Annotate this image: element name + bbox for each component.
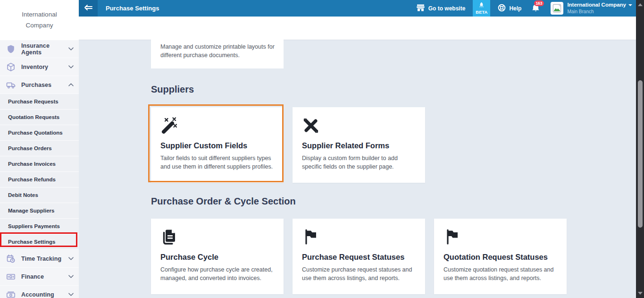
sidebar-item-inventory[interactable]: Inventory	[0, 58, 79, 76]
sidebar-item-quotation-requests[interactable]: Quotation Requests	[0, 110, 79, 125]
card-title: Quotation Request Statuses	[443, 253, 557, 262]
sidebar-item-finance[interactable]: Finance	[0, 268, 79, 285]
storefront-icon	[416, 4, 425, 13]
sidebar-item-purchase-invoices[interactable]: Purchase Invoices	[0, 156, 79, 171]
banknote-icon	[6, 272, 16, 281]
beta-label: BETA	[476, 9, 487, 15]
sidebar-item-manage-suppliers[interactable]: Manage Suppliers	[0, 203, 79, 218]
card-title: Purchase Cycle	[160, 253, 274, 262]
branch-name: Main Branch	[567, 9, 632, 14]
sidebar-item-purchases[interactable]: Purchases	[0, 76, 79, 94]
collapse-arrow-icon	[84, 4, 93, 13]
card-description: Manage and customize printable layouts f…	[160, 43, 276, 60]
flag-icon	[302, 228, 416, 247]
form-builder-icon	[302, 117, 416, 136]
sidebar: International Company Insurance Agents I…	[0, 0, 79, 298]
purchase-cycle-card[interactable]: Purchase Cycle Configure how purchase cy…	[151, 219, 284, 294]
notification-count-badge: 163	[534, 0, 544, 7]
caret-down-icon	[628, 4, 632, 6]
printable-layouts-card[interactable]: Manage and customize printable layouts f…	[151, 17, 284, 68]
purchase-request-statuses-card[interactable]: Purchase Request Statuses Customize purc…	[293, 219, 425, 294]
sidebar-subitem-label: Purchase Invoices	[8, 161, 56, 167]
go-to-website-label: Go to website	[428, 5, 466, 12]
sidebar-item-label: Inventory	[21, 64, 68, 70]
sidebar-item-purchase-settings[interactable]: Purchase Settings	[0, 234, 79, 249]
help-button[interactable]: Help	[498, 4, 521, 13]
company-name: International Company	[567, 2, 626, 8]
magic-wand-icon	[160, 117, 274, 136]
chevron-down-icon	[68, 257, 74, 260]
rocket-icon	[478, 2, 485, 9]
sidebar-item-accounting[interactable]: Accounting	[0, 286, 79, 298]
sidebar-item-purchase-requests[interactable]: Purchase Requests	[0, 94, 79, 109]
section-heading-purchase-order-cycle: Purchase Order & Cycle Section	[151, 196, 296, 207]
sidebar-subitem-label: Purchase Requests	[8, 99, 59, 104]
sidebar-subitem-label: Manage Suppliers	[8, 208, 54, 213]
documents-icon	[160, 228, 274, 247]
card-description: Display a custom form builder to add spe…	[302, 154, 419, 171]
cash-icon	[6, 290, 16, 298]
card-description: Tailor fields to suit different supplier…	[160, 154, 277, 171]
chevron-down-icon	[68, 293, 74, 296]
go-to-website-link[interactable]: Go to website	[416, 4, 466, 13]
company-avatar	[551, 2, 563, 15]
sidebar-item-insurance-agents[interactable]: Insurance Agents	[0, 40, 79, 58]
chevron-down-icon	[68, 275, 74, 278]
sidebar-item-label: Time Tracking	[21, 255, 68, 262]
sidebar-item-purchase-refunds[interactable]: Purchase Refunds	[0, 172, 79, 187]
help-label: Help	[509, 5, 521, 12]
sidebar-item-label: Accounting	[21, 291, 68, 298]
app-root: International Company Insurance Agents I…	[0, 0, 644, 298]
company-name-line1: International	[0, 9, 79, 20]
sidebar-item-label: Insurance Agents	[21, 43, 68, 56]
cube-icon	[6, 62, 16, 72]
sidebar-subitem-label: Purchase Refunds	[8, 177, 56, 182]
scroll-up-arrow[interactable]	[638, 3, 643, 6]
purchases-submenu: Purchase Requests Quotation Requests Pur…	[0, 94, 79, 249]
card-title: Purchase Request Statuses	[302, 253, 416, 262]
help-lifebuoy-icon	[498, 4, 506, 13]
scrollbar[interactable]	[636, 0, 644, 298]
supplier-related-forms-card[interactable]: Supplier Related Forms Display a custom …	[293, 107, 425, 183]
sidebar-item-time-tracking[interactable]: Time Tracking	[0, 250, 79, 267]
sidebar-subitem-label: Purchase Orders	[8, 145, 52, 151]
company-name-line2: Company	[0, 20, 79, 31]
quotation-request-statuses-card[interactable]: Quotation Request Statuses Customize quo…	[434, 219, 567, 294]
flag-icon	[443, 228, 557, 247]
supplier-custom-fields-card[interactable]: Supplier Custom Fields Tailor fields to …	[151, 107, 284, 183]
chevron-down-icon	[68, 65, 74, 68]
truck-icon	[6, 80, 16, 90]
card-description: Customize purchase request statuses and …	[302, 266, 419, 282]
sidebar-item-purchase-quotations[interactable]: Purchase Quotations	[0, 125, 79, 140]
scroll-thumb[interactable]	[638, 80, 643, 228]
card-description: Customize quotation request statuses and…	[443, 266, 560, 282]
sidebar-subitem-label: Suppliers Payments	[8, 223, 60, 229]
beta-button[interactable]: BETA	[473, 0, 490, 17]
top-bar: Purchase Settings Go to website BETA Hel…	[79, 0, 636, 17]
sidebar-subitem-label: Purchase Quotations	[8, 130, 63, 136]
sidebar-item-label: Finance	[21, 273, 68, 280]
chevron-down-icon	[68, 47, 74, 51]
company-switcher-text: International Company Main Branch	[567, 2, 632, 14]
top-bar-right: Go to website BETA Help 163	[416, 0, 636, 17]
collapse-sidebar-button[interactable]	[79, 0, 98, 17]
card-description: Configure how purchase cycle are created…	[160, 266, 277, 282]
calendar-clock-icon	[6, 254, 16, 264]
sidebar-item-label: Purchases	[21, 82, 68, 88]
sidebar-subitem-label: Purchase Settings	[8, 239, 55, 245]
sidebar-subitem-label: Debit Notes	[8, 192, 38, 198]
sidebar-item-suppliers-payments[interactable]: Suppliers Payments	[0, 219, 79, 234]
section-heading-suppliers: Suppliers	[151, 84, 194, 95]
sidebar-subitem-label: Quotation Requests	[8, 114, 59, 120]
scroll-down-arrow[interactable]	[638, 292, 643, 295]
notifications-button[interactable]: 163	[530, 3, 541, 14]
card-title: Supplier Related Forms	[302, 141, 416, 150]
shield-icon	[6, 44, 16, 54]
chevron-up-icon	[68, 83, 74, 86]
company-logo[interactable]: International Company	[0, 0, 79, 40]
sidebar-item-purchase-orders[interactable]: Purchase Orders	[0, 141, 79, 156]
page-title: Purchase Settings	[106, 5, 159, 12]
sidebar-item-debit-notes[interactable]: Debit Notes	[0, 187, 79, 203]
company-switcher[interactable]: International Company Main Branch	[551, 2, 632, 15]
card-title: Supplier Custom Fields	[160, 141, 274, 150]
